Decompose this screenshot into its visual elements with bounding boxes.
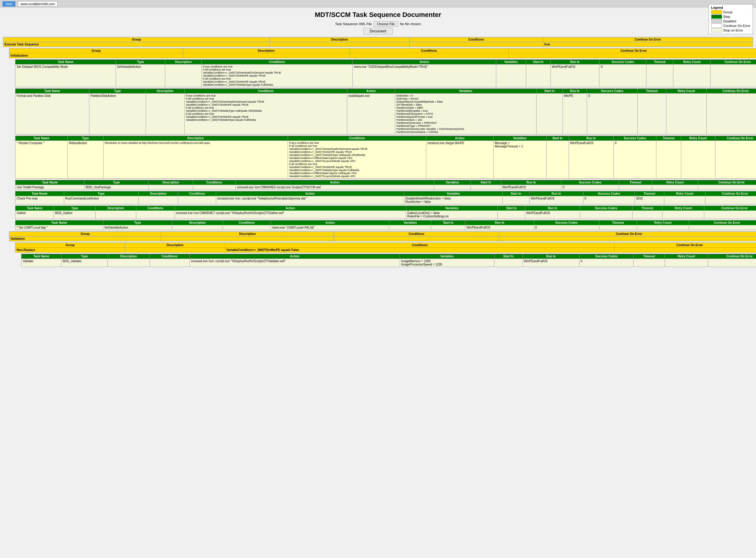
r-task-startin	[546, 141, 569, 179]
url-label: www.scottjfairchild.com	[18, 1, 58, 7]
tk-col-cond: Conditions	[193, 180, 235, 185]
init-col-continue: Continue On Error	[509, 48, 756, 53]
nr-cond: VariableCondition=>_SMSTSinWinPE equals …	[225, 248, 614, 253]
tk-col-retry: Retry Count	[652, 180, 698, 185]
tk-col-runin: Run In	[501, 180, 561, 185]
validation-group-row: Validation	[9, 236, 756, 241]
r-task-desc: Resolution to issue detailed at http://t…	[103, 141, 287, 179]
file-label: Task Sequence XML File	[335, 22, 372, 26]
r-col-startin: Start In	[546, 136, 569, 141]
u-task-action: tsenv.exe "USMTLocal=FALSE"	[271, 225, 389, 230]
validate-row: Validate BDD_Validate smsswd.exe /run: c…	[22, 259, 756, 267]
pr-task-vars: DisableWow64Redirection = false RunAsUse…	[404, 196, 503, 204]
restart-header: Task Name Type Description Conditions Ac…	[16, 136, 756, 141]
legend-title: Legend	[711, 6, 750, 9]
choose-file-button[interactable]: Choose File	[374, 21, 398, 27]
u-col-continue: Continue On Error	[689, 221, 756, 225]
legend-label-stoponerror: Stop on Error	[723, 28, 743, 32]
col-description: Description	[270, 37, 409, 42]
no-file-label: No file chosen	[400, 22, 421, 26]
initialization-row: Initialization	[9, 53, 756, 58]
g-task-name: Gather	[16, 211, 54, 219]
prereqs-row: Check Pre-reqs RunCommandLineAction smss…	[16, 196, 756, 204]
g-task-cond	[136, 211, 175, 219]
fp-task-action: osddiskpart.exe	[347, 94, 395, 134]
pr-task-continue	[705, 196, 756, 204]
r-col-continue: Continue On Error	[715, 136, 756, 141]
g-col-vars: Variables	[406, 206, 498, 211]
r-task-retry	[681, 141, 715, 179]
g-task-retry	[662, 211, 704, 219]
pr-task-startin	[503, 196, 530, 204]
tk-col-continue: Continue On Error	[698, 180, 756, 185]
v-task-runin: WinPEandFullOS	[523, 259, 579, 267]
tk-task-continue	[698, 185, 756, 190]
init-col-group: Group	[9, 48, 183, 53]
r-col-timeout: Timeout	[656, 136, 681, 141]
u-col-taskname: Task Name	[16, 221, 103, 225]
tk-col-vars: Variables	[434, 180, 471, 185]
u-col-cond: Conditions	[223, 221, 271, 225]
init-group-header-table: Group Description Conditions Continue On…	[9, 48, 756, 58]
validation-group-table: Group Description Conditions Continue On…	[9, 231, 756, 241]
nr-cont	[614, 248, 756, 253]
u-task-type: SetVariableAction	[103, 225, 172, 230]
legend-label-group: Group	[723, 10, 733, 14]
legend-color-gold	[711, 10, 722, 14]
document-button[interactable]: Document	[363, 28, 393, 34]
sd-col-retry: Retry Count	[673, 60, 711, 65]
g-col-continue: Continue On Error	[704, 206, 756, 211]
g-col-success: Success Codes	[580, 206, 632, 211]
sd-task-vars	[496, 65, 526, 87]
nr-col-cond: Conditions	[225, 243, 614, 248]
u-col-runin: Run In	[465, 221, 534, 225]
pr-col-cond: Conditions	[178, 192, 216, 196]
r-col-success: Success Codes	[613, 136, 656, 141]
execute-task-name: Execute Task Sequence	[3, 42, 270, 47]
v-col-vars: Variables	[400, 254, 495, 259]
v-task-retry	[665, 259, 708, 267]
help-button[interactable]: Help	[2, 1, 16, 7]
pr-task-runin: WinPEandFullOS	[530, 196, 583, 204]
v-col-continue: Continue On Error	[708, 254, 756, 259]
legend-row-white: Continue On Error	[711, 24, 750, 28]
pr-col-vars: Variables	[404, 192, 503, 196]
r-col-cond: Conditions	[287, 136, 426, 141]
nr-name: Non-Replace	[16, 248, 125, 253]
fp-col-cond: Conditions	[184, 89, 347, 94]
validation-name: Validation	[9, 236, 161, 241]
sd-col-startin: Start In	[526, 60, 550, 65]
tk-task-startin	[471, 185, 501, 190]
r-task-continue	[715, 141, 756, 179]
gather-header: Task Name Type Description Conditions Ac…	[16, 206, 756, 211]
fp-col-startin: Start In	[536, 89, 562, 94]
fp-col-type: Type	[89, 89, 146, 94]
pr-task-success: 0	[583, 196, 635, 204]
legend-color-green	[711, 15, 722, 19]
legend-row-beige: Stop on Error	[711, 28, 750, 32]
legend-color-gray	[711, 19, 722, 23]
content-area: Group Description Conditions Continue On…	[0, 36, 756, 270]
r-col-taskname: Task Name	[16, 136, 68, 141]
sd-task-type: SetVariableAction	[116, 65, 165, 87]
tk-task-cond	[193, 185, 235, 190]
fp-col-taskname: Task Name	[16, 89, 89, 94]
pr-task-timeout: 3010	[635, 196, 664, 204]
u-col-desc: Description	[172, 221, 223, 225]
r-task-name: * Restart Computer *	[16, 141, 68, 179]
non-replace-table: Group Description Conditions Continue On…	[15, 243, 756, 253]
sd-col-runin: Run In	[550, 60, 600, 65]
fp-header: Task Name Type Description Conditions Ac…	[16, 89, 756, 94]
fp-col-timeout: Timeout	[637, 89, 666, 94]
legend-label-disabled: Disabled	[723, 19, 736, 23]
legend: Legend Group Step Disabled Continue On E…	[708, 4, 753, 34]
init-group-desc	[183, 53, 349, 58]
pr-task-desc	[138, 196, 178, 204]
g-task-timeout	[632, 211, 662, 219]
pr-col-retry: Retry Count	[664, 192, 705, 196]
legend-label-continue: Continue On Error	[723, 24, 750, 28]
u-col-success: Success Codes	[534, 221, 599, 225]
pr-col-type: Type	[64, 192, 138, 196]
tk-task-action: smsswd.exe /run:CM0004E6 cscript.exe Scr…	[235, 185, 434, 190]
toolkit-table: Task Name Type Description Conditions Ac…	[15, 180, 756, 190]
